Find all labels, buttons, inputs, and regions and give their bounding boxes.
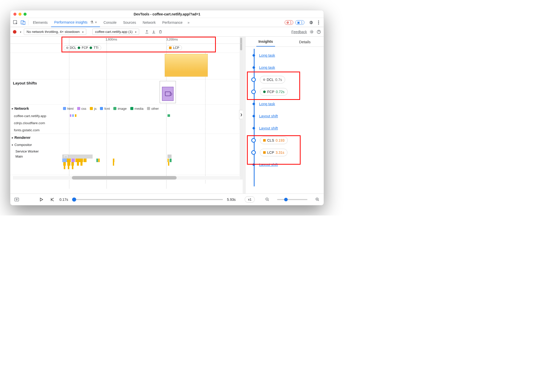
cup-icon: [165, 92, 171, 96]
playback-footer: 0.17s 5.93s x1: [10, 193, 324, 205]
service-worker-row[interactable]: Service Worker: [10, 148, 243, 155]
details-tab[interactable]: Details: [297, 37, 313, 47]
recording-select[interactable]: coffee-cart.netlify.app (1): [92, 29, 139, 35]
insight-long-task[interactable]: Long task: [259, 53, 275, 57]
svg-point-9: [16, 199, 17, 200]
record-options-dropdown[interactable]: [19, 30, 21, 34]
feedback-link[interactable]: Feedback: [291, 30, 307, 34]
record-button[interactable]: [13, 30, 16, 34]
insight-cls-pill[interactable]: CLS 0.193: [260, 137, 288, 144]
settings-icon[interactable]: [307, 19, 315, 26]
error-badge[interactable]: 1: [285, 20, 294, 25]
svg-point-3: [318, 20, 319, 21]
flame-ellipsis: ...: [63, 155, 68, 158]
lcp-pill[interactable]: LCP: [166, 45, 182, 50]
insight-long-task[interactable]: Long task: [259, 102, 275, 106]
filmstrip-row: [10, 53, 243, 79]
layout-shift-thumbnail[interactable]: [160, 81, 176, 103]
play-button[interactable]: [38, 198, 45, 202]
insights-tab[interactable]: Insights: [256, 37, 275, 47]
device-toolbar-icon[interactable]: [19, 19, 27, 26]
flask-icon: [89, 20, 93, 25]
window-title: DevTools - coffee-cart.netlify.app/?ad=1: [10, 12, 324, 16]
devtools-window: DevTools - coffee-cart.netlify.app/?ad=1…: [10, 10, 324, 205]
insight-layout-shift[interactable]: Layout shift: [259, 114, 278, 118]
network-section: Network html css js font image media oth…: [10, 105, 243, 134]
tab-elements[interactable]: Elements: [30, 18, 51, 27]
close-tab-icon[interactable]: ×: [95, 20, 97, 24]
dcl-dot-icon: [263, 79, 265, 81]
tab-sources[interactable]: Sources: [120, 18, 139, 27]
network-section-header[interactable]: Network: [10, 105, 61, 112]
lcp-square-icon: [169, 47, 172, 49]
dcl-dot-icon: [66, 47, 68, 49]
insight-layout-shift[interactable]: Layout shift: [259, 163, 278, 167]
zoom-slider[interactable]: [277, 199, 307, 200]
tab-console[interactable]: Console: [100, 18, 119, 27]
horizontal-scrollbar[interactable]: [13, 176, 240, 180]
network-legend: html css js font image media other: [61, 105, 159, 112]
tab-performance[interactable]: Performance: [159, 18, 185, 27]
tti-dot-icon: [90, 47, 92, 49]
download-icon[interactable]: [152, 30, 156, 34]
network-host-row[interactable]: fonts.gstatic.com: [10, 126, 243, 134]
fcp-dot-icon: [78, 47, 80, 49]
playback-start-time: 0.17s: [59, 198, 68, 202]
sidebar-tabs: Insights Details: [245, 37, 324, 47]
trash-icon[interactable]: [158, 30, 162, 34]
svg-rect-2: [23, 21, 25, 25]
compositor-row[interactable]: Compositor: [10, 141, 243, 148]
playback-slider[interactable]: [72, 199, 223, 200]
time-ruler: 1,600ms 3,200ms: [10, 37, 243, 44]
svg-rect-8: [15, 198, 19, 201]
layout-shifts-label: Layout Shifts: [10, 79, 61, 104]
filmstrip-frame[interactable]: [165, 54, 208, 77]
window-titlebar: DevTools - coffee-cart.netlify.app/?ad=1: [10, 10, 324, 18]
cls-square-icon: [263, 139, 266, 142]
devtools-tabbar: Elements Performance insights × Console …: [10, 18, 324, 27]
renderer-section: Renderer Compositor Service Worker Main …: [10, 134, 243, 175]
playback-end-time: 5.93s: [227, 198, 236, 202]
ruler-tick-2: 3,200ms: [166, 38, 178, 41]
tab-network[interactable]: Network: [140, 18, 159, 27]
kebab-menu-icon[interactable]: [315, 19, 322, 26]
insight-long-task[interactable]: Long task: [259, 66, 275, 70]
throttling-select[interactable]: No network throttling, 4× slowdown: [24, 29, 86, 35]
insight-fcp-pill[interactable]: FCP 0.72s: [260, 88, 288, 96]
metric-markers-row: DCL FCP TTI LCP: [10, 44, 243, 53]
insight-dcl-pill[interactable]: DCL 0.7s: [260, 76, 285, 83]
svg-point-5: [318, 24, 319, 25]
rewind-button[interactable]: [49, 198, 55, 202]
panel-settings-icon[interactable]: [309, 30, 314, 34]
network-host-row[interactable]: coffee-cart.netlify.app: [10, 112, 243, 119]
svg-point-7: [319, 33, 319, 33]
playback-speed[interactable]: x1: [245, 196, 255, 203]
main-body: ❯ 1,600ms 3,200ms DCL: [10, 37, 324, 193]
inspect-element-icon[interactable]: [12, 19, 19, 26]
renderer-section-header[interactable]: Renderer: [10, 134, 243, 141]
zoom-in-icon[interactable]: [314, 197, 321, 202]
insights-timeline[interactable]: Long task Long task DCL 0.7s FCP 0.72s: [245, 47, 324, 188]
zoom-out-icon[interactable]: [264, 197, 270, 202]
preview-icon[interactable]: [13, 198, 20, 202]
issues-badge[interactable]: 1: [295, 20, 304, 25]
layout-shifts-row: Layout Shifts: [10, 79, 243, 105]
tab-performance-insights[interactable]: Performance insights ×: [51, 18, 100, 27]
insight-lcp-pill[interactable]: LCP 3.31s: [260, 149, 287, 156]
timeline-panel[interactable]: ❯ 1,600ms 3,200ms DCL: [10, 37, 245, 193]
fcp-dot-icon: [263, 91, 266, 93]
insights-sidebar: Insights Details Long task Long task DCL…: [245, 37, 324, 193]
insights-toolbar: No network throttling, 4× slowdown coffe…: [10, 27, 324, 37]
svg-point-4: [318, 22, 319, 23]
help-icon[interactable]: [317, 30, 321, 34]
lcp-square-icon: [263, 151, 266, 154]
ruler-tick-1: 1,600ms: [106, 38, 117, 41]
main-thread-row[interactable]: Main ...: [10, 155, 243, 175]
upload-icon[interactable]: [145, 30, 149, 34]
network-host-row[interactable]: cdnjs.cloudflare.com: [10, 119, 243, 126]
more-tabs-button[interactable]: »: [186, 18, 191, 27]
insight-layout-shift[interactable]: Layout shift: [259, 126, 278, 130]
